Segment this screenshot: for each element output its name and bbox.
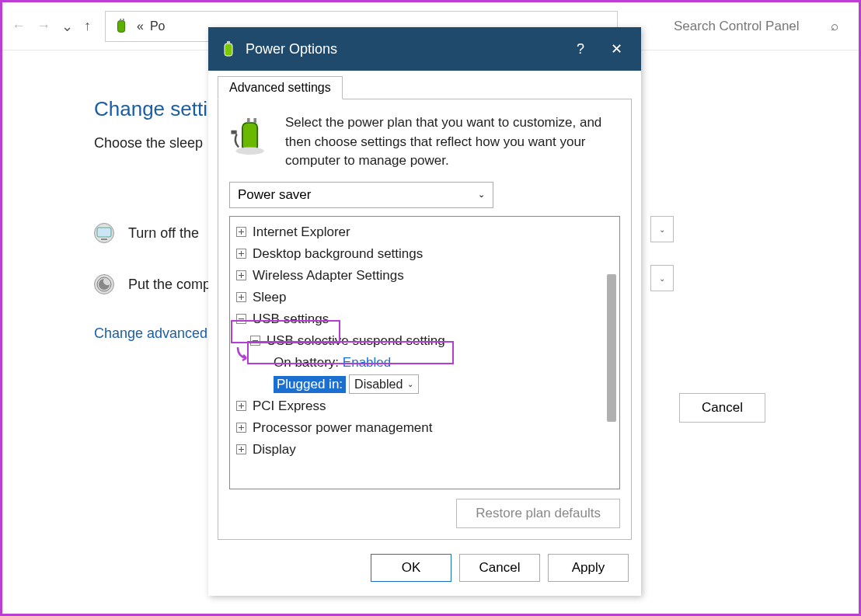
svg-rect-8 [242,123,257,151]
tab-advanced[interactable]: Advanced settings [218,76,343,99]
help-icon[interactable]: ? [577,41,584,57]
nav-back-icon[interactable]: ← [12,18,26,34]
bg-cancel-button[interactable]: Cancel [679,393,765,423]
chevron-down-icon: ⌄ [407,380,413,388]
scrollbar[interactable] [607,274,616,422]
tree-usb-suspend[interactable]: USB selective suspend setting [267,333,445,349]
turn-off-display-label: Turn off the [128,225,199,242]
expand-icon[interactable] [236,401,246,411]
tree-proc[interactable]: Processor power management [253,420,433,436]
expand-icon[interactable] [236,423,246,433]
tree-pci[interactable]: PCI Express [253,398,326,414]
collapse-icon[interactable] [250,336,260,346]
display-off-icon [94,223,114,243]
search-input[interactable]: Search Control Panel ⌕ [663,11,849,42]
close-icon[interactable]: ✕ [603,37,630,61]
tree-desktop[interactable]: Desktop background settings [253,246,423,262]
svg-rect-7 [227,41,230,44]
svg-rect-2 [123,18,124,20]
dialog-description: Select the power plan that you want to c… [285,113,620,171]
plugged-in-value: Disabled [354,378,403,392]
collapse-icon[interactable] [236,314,246,324]
expand-icon[interactable] [236,227,246,237]
expand-icon[interactable] [236,292,246,302]
dialog-title: Power Options [246,41,577,57]
plugged-in-dropdown[interactable]: Disabled⌄ [349,374,419,394]
search-placeholder: Search Control Panel [674,19,800,34]
titlebar: Power Options ? ✕ [208,27,641,71]
plugged-in-label: Plugged in: [274,376,346,393]
power-plan-dropdown[interactable]: Power saver ⌄ [229,182,493,208]
expand-icon[interactable] [236,249,246,259]
dropdown-display-plugged[interactable]: ⌄ [650,216,674,242]
tree-usb[interactable]: USB settings [253,311,329,327]
power-options-dialog: Power Options ? ✕ Advanced settings Sele… [208,27,641,596]
chevron-down-icon: ⌄ [478,190,485,200]
nav-recent-icon[interactable]: ⌄ [61,18,73,35]
cancel-button[interactable]: Cancel [459,554,540,582]
power-plan-icon [229,113,274,158]
svg-rect-9 [247,118,250,123]
ok-button[interactable]: OK [371,554,451,582]
expand-icon[interactable] [236,444,246,454]
svg-rect-4 [101,238,107,240]
svg-rect-0 [118,20,125,32]
power-icon [113,18,131,35]
battery-icon [219,40,238,58]
tree-ie[interactable]: Internet Explorer [253,224,350,240]
svg-point-11 [235,148,263,155]
svg-rect-12 [231,131,236,134]
nav-fwd-icon[interactable]: → [37,18,51,34]
tree-sleep[interactable]: Sleep [253,290,286,305]
sleep-icon [94,274,114,294]
nav-up-icon[interactable]: ↑ [84,18,91,34]
svg-rect-3 [97,228,111,237]
tree-wireless[interactable]: Wireless Adapter Settings [253,268,404,284]
svg-rect-10 [253,118,256,123]
settings-tree[interactable]: Internet Explorer Desktop background set… [229,216,620,489]
tree-display[interactable]: Display [253,442,296,458]
on-battery-label: On battery: [274,355,339,371]
breadcrumb-text: Po [150,19,166,33]
power-plan-value: Power saver [238,187,311,203]
apply-button[interactable]: Apply [548,554,629,582]
search-icon[interactable]: ⌕ [831,19,838,34]
breadcrumb-prefix: « [137,19,144,33]
restore-defaults-button[interactable]: Restore plan defaults [456,499,620,528]
svg-rect-1 [120,18,121,20]
sleep-label: Put the comp [128,277,211,293]
on-battery-value[interactable]: Enabled [343,355,391,371]
svg-rect-6 [225,44,232,56]
expand-icon[interactable] [236,270,246,280]
dropdown-sleep-plugged[interactable]: ⌄ [650,265,674,291]
